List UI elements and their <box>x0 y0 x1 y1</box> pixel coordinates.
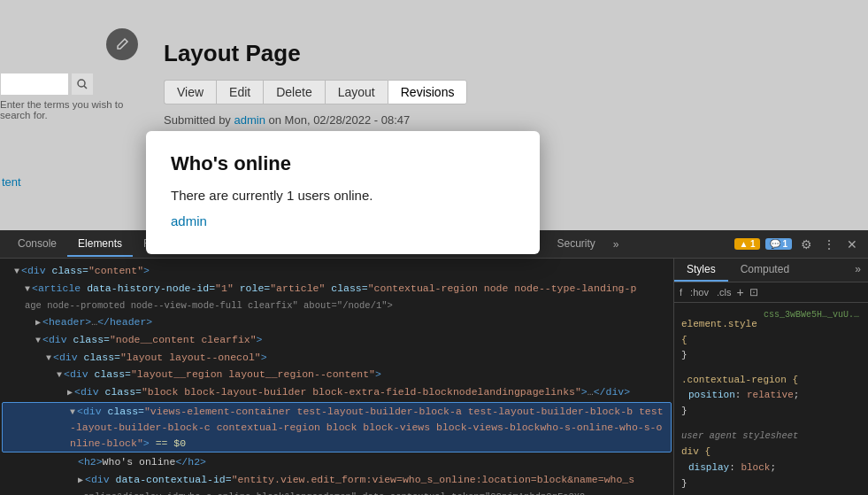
submitted-date: on Mon, 02/28/2022 - 08:47 <box>269 113 411 127</box>
style-brace-close-2: } <box>681 406 687 416</box>
tab-more[interactable]: » <box>606 235 626 254</box>
settings-icon[interactable]: ⚙ <box>797 236 815 253</box>
edit-icon-button[interactable] <box>106 28 138 60</box>
element-line-3[interactable]: ▶<header>…</header> <box>0 313 673 331</box>
style-prop-display: display <box>681 462 729 473</box>
element-line-2[interactable]: ▼<article data-history-node-id="1" role=… <box>0 280 673 298</box>
styles-tab-computed[interactable]: Computed <box>728 259 802 282</box>
element-line-highlighted[interactable]: ▼<div class="views-element-container tes… <box>2 402 672 452</box>
page-title: Layout Page <box>164 40 301 67</box>
styles-tab-styles[interactable]: Styles <box>674 259 728 282</box>
svg-point-0 <box>78 80 85 87</box>
warning-badge: ▲ 1 <box>734 238 759 250</box>
styles-panel: Styles Computed » f :hov .cls + ⊡ css_3w… <box>673 259 868 495</box>
styles-filter-bar: f :hov .cls + ⊡ <box>674 282 868 303</box>
action-tab-revisions[interactable]: Revisions <box>388 80 468 104</box>
filter-add-button[interactable]: + <box>736 285 743 299</box>
submitted-user-link[interactable]: admin <box>234 113 265 127</box>
filter-cls[interactable]: .cls <box>714 287 732 298</box>
action-tab-edit[interactable]: Edit <box>216 80 263 104</box>
styles-tabs: Styles Computed » <box>674 259 868 282</box>
user-agent-header: user agent stylesheet <box>681 429 861 444</box>
style-prop-position: position <box>681 390 735 400</box>
submitted-bar: Submitted by admin on Mon, 02/28/2022 - … <box>164 113 410 127</box>
tab-console[interactable]: Console <box>7 232 67 257</box>
element-line-10b[interactable]: _online&display_id=who_s_online_block&la… <box>0 489 673 495</box>
modal-title: Who's online <box>171 152 515 175</box>
style-brace-close-3: } <box>681 478 687 489</box>
modal: Who's online There are currently 1 users… <box>146 131 540 254</box>
style-brace-close: } <box>681 350 687 360</box>
style-rule-element: element.style { } <box>681 317 861 364</box>
filter-expand[interactable]: ⊡ <box>749 286 758 298</box>
search-hint: Enter the terms you wish to search for. <box>0 99 142 120</box>
action-tab-layout[interactable]: Layout <box>325 80 388 104</box>
style-selector-element: element.style { <box>681 319 757 345</box>
element-line-6[interactable]: ▼<div class="layout__region layout__regi… <box>0 366 673 383</box>
element-line-4[interactable]: ▼<div class="node__content clearfix"> <box>0 331 673 349</box>
style-val-display: block <box>741 462 770 473</box>
svg-line-1 <box>84 86 87 89</box>
submitted-text: Submitted by <box>164 113 231 127</box>
styles-body: css_3wBWe5H…_vuU.css: element.style { } … <box>674 303 868 495</box>
action-tabs: ViewEditDeleteLayoutRevisions <box>164 80 467 104</box>
element-line-7[interactable]: ▶<div class="block block-layout-builder … <box>0 383 673 401</box>
element-line-2b[interactable]: age node--promoted node--view-mode-full … <box>0 298 673 313</box>
content-nav-link[interactable]: tent <box>2 175 21 189</box>
devtools-icons: ▲ 1 💬 1 ⚙ ⋮ ✕ <box>734 236 861 253</box>
style-source-label: css_3wBWe5H…_vuU.css: <box>764 308 861 322</box>
style-selector-div: div { <box>681 446 711 457</box>
info-badge: 💬 1 <box>765 238 792 250</box>
search-input[interactable] <box>0 73 69 96</box>
filter-pseudo[interactable]: f <box>680 287 682 298</box>
close-icon[interactable]: ✕ <box>843 236 861 253</box>
style-rule-contextual: .contextual-region { position: relative;… <box>681 373 861 420</box>
elements-panel: ▼<div class="content"> ▼<article data-hi… <box>0 259 673 495</box>
search-button[interactable] <box>71 73 94 96</box>
element-line-9[interactable]: <h2>Who's online</h2> <box>0 453 673 471</box>
more-options-icon[interactable]: ⋮ <box>820 236 838 253</box>
tab-elements[interactable]: Elements <box>67 232 133 257</box>
styles-tab-more[interactable]: » <box>848 259 868 282</box>
style-rule-ua: div { display: block; } <box>681 445 861 491</box>
style-val-position: relative <box>747 390 794 400</box>
style-selector-contextual: .contextual-region { <box>681 375 798 385</box>
devtools-panel: Console Elements Recorder ▲ Sources Netw… <box>0 230 868 495</box>
element-line-5[interactable]: ▼<div class="layout layout--onecol"> <box>0 349 673 367</box>
element-line-1[interactable]: ▼<div class="content"> <box>0 262 673 280</box>
tab-security[interactable]: Security <box>546 232 605 257</box>
modal-body: There are currently 1 users online. <box>171 188 515 203</box>
search-area <box>0 73 94 96</box>
element-line-10[interactable]: ▶<div data-contextual-id="entity.view.ed… <box>0 471 673 489</box>
action-tab-delete[interactable]: Delete <box>263 80 324 104</box>
devtools-body: ▼<div class="content"> ▼<article data-hi… <box>0 259 868 495</box>
edit-icon-area <box>106 28 138 60</box>
modal-admin-link[interactable]: admin <box>171 213 207 228</box>
action-tab-view[interactable]: View <box>164 80 216 104</box>
filter-hov[interactable]: :hov <box>687 287 709 298</box>
